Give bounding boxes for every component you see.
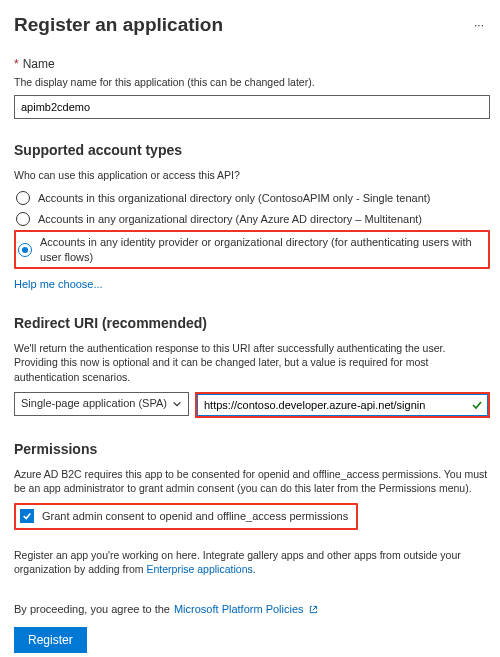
account-option-multitenant[interactable]: Accounts in any organizational directory… <box>14 209 490 230</box>
accounts-heading: Supported account types <box>14 141 490 160</box>
page-title: Register an application <box>14 12 223 38</box>
admin-consent-checkbox-row[interactable]: Grant admin consent to openid and offlin… <box>14 503 358 530</box>
radio-icon <box>16 191 30 205</box>
permissions-hint: Azure AD B2C requires this app to be con… <box>14 467 490 495</box>
platform-policies-link[interactable]: Microsoft Platform Policies <box>174 602 304 617</box>
redirect-uri-input[interactable] <box>197 394 466 416</box>
enterprise-applications-link[interactable]: Enterprise applications <box>147 563 253 575</box>
validation-check-icon <box>466 394 488 416</box>
redirect-hint: We'll return the authentication response… <box>14 341 490 384</box>
chevron-down-icon <box>172 399 182 409</box>
account-option-label: Accounts in any identity provider or org… <box>40 235 484 265</box>
account-option-single-tenant[interactable]: Accounts in this organizational director… <box>14 188 490 209</box>
platform-selected-label: Single-page application (SPA) <box>21 396 167 411</box>
policy-note: By proceeding, you agree to the Microsof… <box>14 602 490 617</box>
name-input[interactable] <box>14 95 490 119</box>
redirect-uri-wrapper <box>195 392 490 418</box>
name-hint: The display name for this application (t… <box>14 75 490 89</box>
platform-select[interactable]: Single-page application (SPA) <box>14 392 189 416</box>
account-option-label: Accounts in this organizational director… <box>38 191 431 206</box>
register-note: Register an app you're working on here. … <box>14 548 490 576</box>
admin-consent-label: Grant admin consent to openid and offlin… <box>42 509 348 524</box>
permissions-heading: Permissions <box>14 440 490 459</box>
help-me-choose-link[interactable]: Help me choose... <box>14 278 103 290</box>
register-button[interactable]: Register <box>14 627 87 653</box>
radio-icon <box>16 212 30 226</box>
redirect-heading: Redirect URI (recommended) <box>14 314 490 333</box>
account-option-any-idp[interactable]: Accounts in any identity provider or org… <box>14 230 490 270</box>
radio-icon <box>18 243 32 257</box>
more-menu[interactable]: ··· <box>468 17 490 33</box>
accounts-hint: Who can use this application or access t… <box>14 168 490 182</box>
checkbox-checked-icon <box>20 509 34 523</box>
required-asterisk: * <box>14 57 19 71</box>
account-option-label: Accounts in any organizational directory… <box>38 212 422 227</box>
external-link-icon <box>308 604 319 615</box>
name-label: *Name <box>14 56 490 72</box>
